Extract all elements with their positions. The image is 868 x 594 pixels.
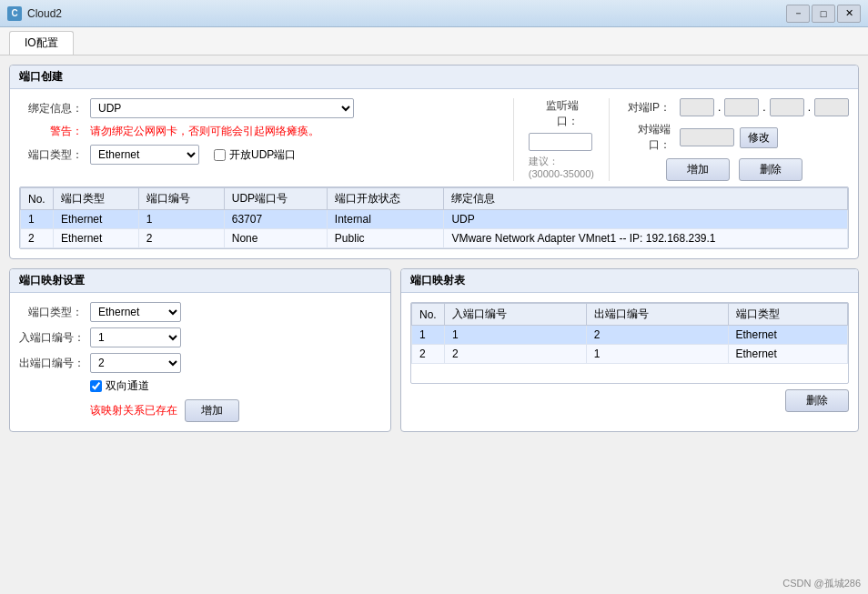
cell-status: Public <box>327 229 444 248</box>
map-cell-in: 1 <box>445 326 587 345</box>
map-cell-no: 1 <box>412 326 445 345</box>
ip-octet-0[interactable]: 0 <box>680 98 714 116</box>
title-bar: C Cloud2 － □ ✕ <box>0 0 868 27</box>
remote-port-label: 对端端口： <box>621 122 671 153</box>
add-button[interactable]: 增加 <box>666 158 730 181</box>
map-cell-no: 2 <box>412 345 445 364</box>
map-col-in: 入端口编号 <box>445 304 587 326</box>
cell-bind: VMware Network Adapter VMnet1 -- IP: 192… <box>444 229 848 248</box>
table-row[interactable]: 2 Ethernet 2 None Public VMware Network … <box>21 229 848 248</box>
in-port-select[interactable]: 1 2 <box>90 327 181 347</box>
col-no: No. <box>21 188 54 210</box>
bidirectional-checkbox[interactable] <box>90 380 102 392</box>
map-cell-type: Ethernet <box>728 345 848 364</box>
cell-udp: None <box>224 229 327 248</box>
map-port-type-select[interactable]: Ethernet Serial <box>90 302 181 322</box>
remote-port-input[interactable]: 0 <box>680 128 734 146</box>
map-col-type: 端口类型 <box>728 304 848 326</box>
right-form: 监听端口： 30000 建议： (30000-35000) <box>513 98 849 181</box>
col-num: 端口编号 <box>138 188 224 210</box>
map-cell-out: 1 <box>586 345 728 364</box>
modify-button[interactable]: 修改 <box>740 127 778 148</box>
port-creation-panel: 端口创建 绑定信息： UDP TCP 警告： 请勿 <box>9 65 859 259</box>
remote-ip-label: 对端IP： <box>621 100 671 116</box>
map-delete-button[interactable]: 删除 <box>785 389 849 412</box>
cell-no: 2 <box>21 229 54 248</box>
watermark: CSDN @孤城286 <box>782 577 861 590</box>
delete-button[interactable]: 删除 <box>739 158 802 181</box>
bind-info-row: 绑定信息： UDP TCP <box>19 98 499 118</box>
minimize-button[interactable]: － <box>786 5 810 23</box>
map-port-type-row: 端口类型： Ethernet Serial <box>19 302 381 322</box>
port-type-row: 端口类型： Ethernet Serial 开放UDP端口 <box>19 145 499 165</box>
bidirectional-label: 双向通道 <box>106 378 149 394</box>
col-udp: UDP端口号 <box>224 188 327 210</box>
port-type-select[interactable]: Ethernet Serial <box>90 145 199 165</box>
map-cell-type: Ethernet <box>728 326 848 345</box>
map-cell-out: 2 <box>586 326 728 345</box>
cell-bind: UDP <box>444 210 848 229</box>
ip-group: 0 . 0 . 0 . 0 <box>680 98 849 116</box>
map-add-button[interactable]: 增加 <box>185 399 239 422</box>
table-row[interactable]: 1 1 2 Ethernet <box>412 326 848 345</box>
port-mapping-table-panel: 端口映射表 No. 入端口编号 出端口编号 端口类型 <box>400 268 859 432</box>
map-action-row: 该映射关系已存在 增加 <box>90 399 381 422</box>
ip-octet-1[interactable]: 0 <box>724 98 759 116</box>
map-cell-in: 2 <box>445 345 587 364</box>
open-udp-checkbox[interactable] <box>214 149 226 161</box>
out-port-row: 出端口编号： 1 2 <box>19 353 381 373</box>
in-port-label: 入端口编号： <box>19 330 83 346</box>
bidirectional-row: 双向通道 <box>90 378 381 394</box>
map-error-text: 该映射关系已存在 <box>90 403 177 418</box>
cell-udp: 63707 <box>224 210 327 229</box>
out-port-select[interactable]: 1 2 <box>90 353 181 373</box>
ip-octet-2[interactable]: 0 <box>770 98 804 116</box>
window-controls: － □ ✕ <box>786 5 861 23</box>
in-port-row: 入端口编号： 1 2 <box>19 327 381 347</box>
warning-label: 警告： <box>19 124 83 139</box>
bottom-panels: 端口映射设置 端口类型： Ethernet Serial 入端口编号： 1 2 <box>9 268 859 441</box>
close-button[interactable]: ✕ <box>837 5 861 23</box>
listen-port-label: 监听端口： <box>529 98 579 129</box>
open-udp-label: 开放UDP端口 <box>229 147 296 163</box>
cell-no: 1 <box>21 210 54 229</box>
cell-status: Internal <box>327 210 444 229</box>
hint-text: 建议： (30000-35000) <box>529 155 594 179</box>
port-creation-title: 端口创建 <box>10 65 858 89</box>
col-status: 端口开放状态 <box>327 188 444 210</box>
mapping-table: No. 入端口编号 出端口编号 端口类型 1 1 2 Ethernet 2 2 … <box>411 303 848 364</box>
bind-select[interactable]: UDP TCP <box>90 98 354 118</box>
main-content: 端口创建 绑定信息： UDP TCP 警告： 请勿 <box>0 55 868 594</box>
cell-num: 2 <box>138 229 224 248</box>
bind-label: 绑定信息： <box>19 101 83 116</box>
window-title: Cloud2 <box>27 7 62 20</box>
map-col-no: No. <box>412 304 445 326</box>
warning-text: 请勿绑定公网网卡，否则可能会引起网络瘫痪。 <box>90 124 319 139</box>
port-type-label: 端口类型： <box>19 147 83 163</box>
tab-io-config[interactable]: IO配置 <box>9 31 74 55</box>
port-table: No. 端口类型 端口编号 UDP端口号 端口开放状态 绑定信息 1 Ether… <box>20 187 848 248</box>
cell-type: Ethernet <box>54 229 139 248</box>
app-icon: C <box>7 6 22 21</box>
tab-bar: IO配置 <box>0 27 868 55</box>
cell-num: 1 <box>138 210 224 229</box>
table-row[interactable]: 1 Ethernet 1 63707 Internal UDP <box>21 210 848 229</box>
out-port-label: 出端口编号： <box>19 356 83 371</box>
col-type: 端口类型 <box>54 188 139 210</box>
cell-type: Ethernet <box>54 210 139 229</box>
port-mapping-table-title: 端口映射表 <box>401 269 858 293</box>
listen-port-input[interactable]: 30000 <box>529 133 592 151</box>
port-mapping-settings-panel: 端口映射设置 端口类型： Ethernet Serial 入端口编号： 1 2 <box>9 268 391 432</box>
col-bind: 绑定信息 <box>444 188 848 210</box>
ip-octet-3[interactable]: 0 <box>814 98 849 116</box>
warning-row: 警告： 请勿绑定公网网卡，否则可能会引起网络瘫痪。 <box>19 124 499 139</box>
table-row[interactable]: 2 2 1 Ethernet <box>412 345 848 364</box>
port-mapping-settings-title: 端口映射设置 <box>10 269 390 293</box>
map-port-type-label: 端口类型： <box>19 305 83 320</box>
map-col-out: 出端口编号 <box>586 304 728 326</box>
maximize-button[interactable]: □ <box>812 5 835 23</box>
